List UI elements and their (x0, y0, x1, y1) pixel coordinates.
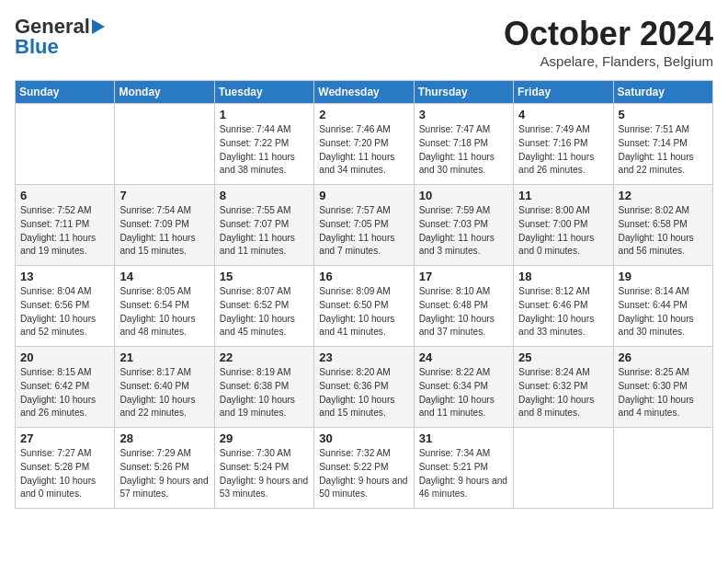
day-number: 15 (220, 270, 309, 283)
day-info: Sunrise: 8:10 AMSunset: 6:48 PMDaylight:… (419, 285, 508, 339)
day-cell: 31Sunrise: 7:34 AMSunset: 5:21 PMDayligh… (414, 428, 513, 509)
day-number: 27 (20, 431, 109, 445)
day-cell (16, 104, 115, 185)
day-info: Sunrise: 8:17 AMSunset: 6:40 PMDaylight:… (119, 366, 209, 420)
day-info: Sunrise: 7:52 AMSunset: 7:11 PMDaylight:… (20, 204, 109, 259)
day-number: 12 (619, 189, 708, 202)
day-info: Sunrise: 8:25 AMSunset: 6:30 PMDaylight:… (619, 366, 708, 420)
day-cell (613, 428, 712, 509)
day-info: Sunrise: 7:46 AMSunset: 7:20 PMDaylight:… (319, 123, 408, 178)
day-number: 13 (20, 270, 109, 283)
day-number: 31 (419, 431, 508, 445)
day-number: 2 (319, 108, 408, 121)
day-info: Sunrise: 8:05 AMSunset: 6:54 PMDaylight:… (119, 285, 209, 339)
day-number: 21 (119, 350, 209, 364)
day-cell: 22Sunrise: 8:19 AMSunset: 6:38 PMDayligh… (214, 347, 313, 428)
day-number: 19 (619, 270, 708, 283)
day-cell: 24Sunrise: 8:22 AMSunset: 6:34 PMDayligh… (414, 347, 513, 428)
day-number: 18 (518, 270, 608, 283)
day-cell: 4Sunrise: 7:49 AMSunset: 7:16 PMDaylight… (514, 104, 613, 185)
day-cell: 2Sunrise: 7:46 AMSunset: 7:20 PMDaylight… (314, 104, 414, 185)
day-cell: 21Sunrise: 8:17 AMSunset: 6:40 PMDayligh… (115, 347, 214, 428)
day-cell: 5Sunrise: 7:51 AMSunset: 7:14 PMDaylight… (613, 104, 712, 185)
col-header-sunday: Sunday (16, 81, 115, 104)
header-row: SundayMondayTuesdayWednesdayThursdayFrid… (16, 81, 713, 104)
day-cell: 3Sunrise: 7:47 AMSunset: 7:18 PMDaylight… (414, 104, 513, 185)
day-cell: 14Sunrise: 8:05 AMSunset: 6:54 PMDayligh… (115, 266, 214, 347)
day-info: Sunrise: 7:49 AMSunset: 7:16 PMDaylight:… (518, 123, 608, 178)
day-number: 26 (619, 350, 708, 364)
day-number: 3 (419, 108, 508, 121)
day-number: 30 (319, 431, 408, 445)
col-header-friday: Friday (514, 81, 613, 104)
day-number: 22 (220, 350, 309, 364)
day-cell: 10Sunrise: 7:59 AMSunset: 7:03 PMDayligh… (414, 185, 513, 266)
day-cell: 9Sunrise: 7:57 AMSunset: 7:05 PMDaylight… (314, 185, 414, 266)
day-info: Sunrise: 8:20 AMSunset: 6:36 PMDaylight:… (319, 366, 408, 420)
day-cell: 12Sunrise: 8:02 AMSunset: 6:58 PMDayligh… (613, 185, 712, 266)
day-number: 28 (119, 431, 209, 445)
page-header: General Blue October 2024 Aspelare, Flan… (15, 15, 713, 69)
col-header-wednesday: Wednesday (314, 81, 414, 104)
title-area: October 2024 Aspelare, Flanders, Belgium (504, 15, 713, 69)
day-number: 11 (518, 189, 608, 202)
day-number: 29 (220, 431, 309, 445)
day-cell: 23Sunrise: 8:20 AMSunset: 6:36 PMDayligh… (314, 347, 414, 428)
day-info: Sunrise: 8:15 AMSunset: 6:42 PMDaylight:… (20, 366, 109, 420)
day-cell: 13Sunrise: 8:04 AMSunset: 6:56 PMDayligh… (16, 266, 115, 347)
day-info: Sunrise: 7:59 AMSunset: 7:03 PMDaylight:… (419, 204, 508, 259)
day-number: 8 (220, 189, 309, 202)
day-info: Sunrise: 8:04 AMSunset: 6:56 PMDaylight:… (20, 285, 109, 339)
day-info: Sunrise: 7:30 AMSunset: 5:24 PMDaylight:… (220, 447, 309, 501)
day-info: Sunrise: 8:00 AMSunset: 7:00 PMDaylight:… (518, 204, 608, 259)
col-header-tuesday: Tuesday (214, 81, 313, 104)
day-cell: 30Sunrise: 7:32 AMSunset: 5:22 PMDayligh… (314, 428, 414, 509)
col-header-thursday: Thursday (414, 81, 513, 104)
day-cell: 29Sunrise: 7:30 AMSunset: 5:24 PMDayligh… (214, 428, 313, 509)
day-cell: 6Sunrise: 7:52 AMSunset: 7:11 PMDaylight… (16, 185, 115, 266)
logo-blue: Blue (15, 35, 59, 59)
day-info: Sunrise: 8:02 AMSunset: 6:58 PMDaylight:… (619, 204, 708, 259)
day-info: Sunrise: 7:57 AMSunset: 7:05 PMDaylight:… (319, 204, 408, 259)
day-cell: 18Sunrise: 8:12 AMSunset: 6:46 PMDayligh… (514, 266, 613, 347)
day-number: 5 (619, 108, 708, 121)
day-info: Sunrise: 7:34 AMSunset: 5:21 PMDaylight:… (419, 447, 508, 501)
day-info: Sunrise: 8:12 AMSunset: 6:46 PMDaylight:… (518, 285, 608, 339)
day-info: Sunrise: 7:44 AMSunset: 7:22 PMDaylight:… (220, 123, 309, 178)
week-row-3: 13Sunrise: 8:04 AMSunset: 6:56 PMDayligh… (16, 266, 713, 347)
month-title: October 2024 (504, 15, 713, 53)
day-number: 6 (20, 189, 109, 202)
day-cell: 7Sunrise: 7:54 AMSunset: 7:09 PMDaylight… (115, 185, 214, 266)
day-number: 4 (518, 108, 608, 121)
day-cell: 20Sunrise: 8:15 AMSunset: 6:42 PMDayligh… (16, 347, 115, 428)
week-row-4: 20Sunrise: 8:15 AMSunset: 6:42 PMDayligh… (16, 347, 713, 428)
day-cell: 26Sunrise: 8:25 AMSunset: 6:30 PMDayligh… (613, 347, 712, 428)
col-header-saturday: Saturday (613, 81, 712, 104)
day-info: Sunrise: 7:27 AMSunset: 5:28 PMDaylight:… (20, 447, 109, 501)
day-cell: 1Sunrise: 7:44 AMSunset: 7:22 PMDaylight… (214, 104, 313, 185)
week-row-5: 27Sunrise: 7:27 AMSunset: 5:28 PMDayligh… (16, 428, 713, 509)
day-number: 20 (20, 350, 109, 364)
day-number: 10 (419, 189, 508, 202)
day-info: Sunrise: 7:29 AMSunset: 5:26 PMDaylight:… (119, 447, 209, 501)
day-cell: 27Sunrise: 7:27 AMSunset: 5:28 PMDayligh… (16, 428, 115, 509)
day-cell: 11Sunrise: 8:00 AMSunset: 7:00 PMDayligh… (514, 185, 613, 266)
logo: General Blue (15, 15, 105, 59)
day-info: Sunrise: 7:55 AMSunset: 7:07 PMDaylight:… (220, 204, 309, 259)
calendar-table: SundayMondayTuesdayWednesdayThursdayFrid… (15, 80, 713, 509)
day-info: Sunrise: 7:51 AMSunset: 7:14 PMDaylight:… (619, 123, 708, 178)
day-info: Sunrise: 8:19 AMSunset: 6:38 PMDaylight:… (220, 366, 309, 420)
day-cell: 19Sunrise: 8:14 AMSunset: 6:44 PMDayligh… (613, 266, 712, 347)
week-row-2: 6Sunrise: 7:52 AMSunset: 7:11 PMDaylight… (16, 185, 713, 266)
day-cell: 16Sunrise: 8:09 AMSunset: 6:50 PMDayligh… (314, 266, 414, 347)
day-cell: 8Sunrise: 7:55 AMSunset: 7:07 PMDaylight… (214, 185, 313, 266)
day-number: 7 (119, 189, 209, 202)
day-cell (514, 428, 613, 509)
day-cell: 25Sunrise: 8:24 AMSunset: 6:32 PMDayligh… (514, 347, 613, 428)
day-number: 17 (419, 270, 508, 283)
day-info: Sunrise: 8:14 AMSunset: 6:44 PMDaylight:… (619, 285, 708, 339)
day-cell (115, 104, 214, 185)
day-number: 23 (319, 350, 408, 364)
day-info: Sunrise: 8:07 AMSunset: 6:52 PMDaylight:… (220, 285, 309, 339)
day-number: 1 (220, 108, 309, 121)
